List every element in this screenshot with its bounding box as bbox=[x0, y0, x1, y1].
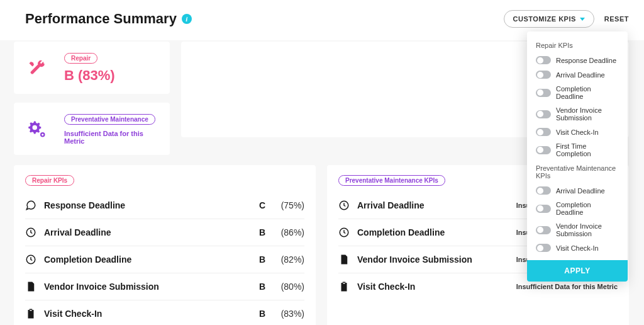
dropdown-heading: Preventative Maintenance KPIs bbox=[527, 161, 628, 183]
pm-badge: Preventative Maintenance bbox=[64, 114, 155, 125]
dropdown-item: Vendor Invoice Submission bbox=[527, 103, 628, 125]
toggle-switch[interactable] bbox=[536, 186, 551, 195]
apply-button[interactable]: APPLY bbox=[527, 260, 628, 282]
kpi-name: Vendor Invoice Submission bbox=[44, 282, 244, 292]
clock-icon bbox=[338, 227, 350, 238]
kpi-name: Arrival Deadline bbox=[357, 200, 509, 210]
kpi-row: Response DeadlineC(75%) bbox=[25, 192, 304, 219]
repair-kpis-badge: Repair KPIs bbox=[25, 175, 74, 186]
clock-icon bbox=[338, 200, 350, 211]
clipboard-icon bbox=[25, 308, 36, 319]
kpi-percent: (86%) bbox=[273, 227, 304, 237]
kpi-insufficient: Insufficient Data for this Metric bbox=[516, 283, 618, 290]
header-actions: CUSTOMIZE KPIS RESET bbox=[504, 10, 630, 28]
dropdown-item: Arrival Deadline bbox=[527, 67, 628, 82]
kpi-grade: B bbox=[252, 309, 265, 319]
kpi-name: Vendor Invoice Submission bbox=[357, 254, 509, 265]
kpi-row: Vendor Invoice SubmissionB(80%) bbox=[25, 273, 304, 300]
kpi-row: Visit Check-InB(83%) bbox=[25, 300, 304, 325]
dropdown-item-label: Visit Check-In bbox=[556, 244, 599, 252]
kpi-name: Arrival Deadline bbox=[44, 227, 244, 237]
doc-icon bbox=[338, 254, 350, 265]
customize-kpis-dropdown: Repair KPIsResponse DeadlineArrival Dead… bbox=[527, 31, 628, 282]
dropdown-item-label: First Time Completion bbox=[556, 142, 619, 157]
toggle-switch[interactable] bbox=[536, 205, 551, 213]
toggle-switch[interactable] bbox=[536, 244, 551, 252]
clipboard-icon bbox=[338, 281, 350, 292]
title-wrap: Performance Summary i bbox=[25, 11, 192, 27]
kpi-grade: B bbox=[252, 254, 265, 265]
toggle-switch[interactable] bbox=[536, 128, 551, 136]
customize-kpis-label: CUSTOMIZE KPIS bbox=[513, 15, 576, 23]
repair-kpi-list: Response DeadlineC(75%)Arrival DeadlineB… bbox=[25, 192, 304, 325]
pm-card-content: Preventative Maintenance Insufficient Da… bbox=[64, 113, 156, 145]
repair-badge: Repair bbox=[64, 53, 97, 64]
repair-kpi-panel: Repair KPIs Response DeadlineC(75%)Arriv… bbox=[14, 165, 316, 325]
repair-summary-card: Repair B (83%) bbox=[14, 42, 170, 94]
chevron-down-icon bbox=[580, 18, 585, 21]
dropdown-item-label: Completion Deadline bbox=[556, 85, 619, 100]
clock-icon bbox=[25, 227, 36, 238]
toggle-switch[interactable] bbox=[536, 110, 551, 118]
kpi-name: Completion Deadline bbox=[357, 227, 509, 237]
pm-summary-card: Preventative Maintenance Insufficient Da… bbox=[14, 103, 170, 155]
dropdown-item: Completion Deadline bbox=[527, 82, 628, 103]
kpi-percent: (82%) bbox=[273, 254, 304, 265]
kpi-grade: C bbox=[252, 200, 265, 210]
pm-kpis-badge: Preventative Maintenance KPIs bbox=[338, 175, 445, 186]
kpi-row: Completion DeadlineB(82%) bbox=[25, 246, 304, 273]
doc-icon bbox=[25, 281, 36, 292]
customize-kpis-button[interactable]: CUSTOMIZE KPIS bbox=[504, 10, 594, 28]
kpi-grade: B bbox=[252, 227, 265, 237]
gears-icon bbox=[28, 120, 47, 139]
dropdown-item-label: Completion Deadline bbox=[556, 201, 619, 216]
kpi-name: Visit Check-In bbox=[44, 309, 244, 319]
dropdown-heading: Repair KPIs bbox=[527, 38, 628, 53]
kpi-percent: (83%) bbox=[273, 309, 304, 319]
kpi-name: Completion Deadline bbox=[44, 254, 244, 265]
toggle-switch[interactable] bbox=[536, 71, 551, 79]
kpi-percent: (80%) bbox=[273, 282, 304, 292]
dropdown-item-label: Arrival Deadline bbox=[556, 71, 605, 79]
dropdown-item: Vendor Invoice Submission bbox=[527, 219, 628, 241]
dropdown-item: Visit Check-In bbox=[527, 241, 628, 255]
dropdown-item-label: Arrival Deadline bbox=[556, 187, 605, 195]
kpi-grade: B bbox=[252, 282, 265, 292]
kpi-name: Response Deadline bbox=[44, 200, 244, 210]
repair-grade: B (83%) bbox=[64, 67, 156, 84]
dropdown-item-label: Vendor Invoice Submission bbox=[556, 106, 619, 122]
dropdown-item: Completion Deadline bbox=[527, 198, 628, 219]
chat-icon bbox=[25, 200, 36, 211]
kpi-name: Visit Check-In bbox=[357, 282, 509, 292]
dropdown-item: Visit Check-In bbox=[527, 125, 628, 139]
kpi-percent: (75%) bbox=[273, 200, 304, 210]
clock-icon bbox=[25, 254, 36, 265]
pm-insufficient-text: Insufficient Data for this Metric bbox=[64, 130, 156, 145]
kpi-row: Arrival DeadlineB(86%) bbox=[25, 219, 304, 246]
info-icon[interactable]: i bbox=[182, 14, 192, 24]
summary-left-col: Repair B (83%) Preventative Maintenance … bbox=[14, 42, 170, 155]
dropdown-item: Response Deadline bbox=[527, 53, 628, 67]
toggle-switch[interactable] bbox=[536, 56, 551, 64]
toggle-switch[interactable] bbox=[536, 146, 551, 154]
reset-button[interactable]: RESET bbox=[604, 15, 629, 23]
dropdown-item-label: Response Deadline bbox=[556, 57, 616, 64]
page-title: Performance Summary bbox=[25, 11, 177, 27]
repair-card-content: Repair B (83%) bbox=[64, 52, 156, 84]
toggle-switch[interactable] bbox=[536, 226, 551, 234]
tools-icon bbox=[28, 59, 47, 77]
dropdown-item-label: Vendor Invoice Submission bbox=[556, 222, 619, 237]
toggle-switch[interactable] bbox=[536, 89, 551, 97]
dropdown-item-label: Visit Check-In bbox=[556, 128, 599, 136]
dropdown-item: Arrival Deadline bbox=[527, 183, 628, 198]
dropdown-item: First Time Completion bbox=[527, 139, 628, 161]
